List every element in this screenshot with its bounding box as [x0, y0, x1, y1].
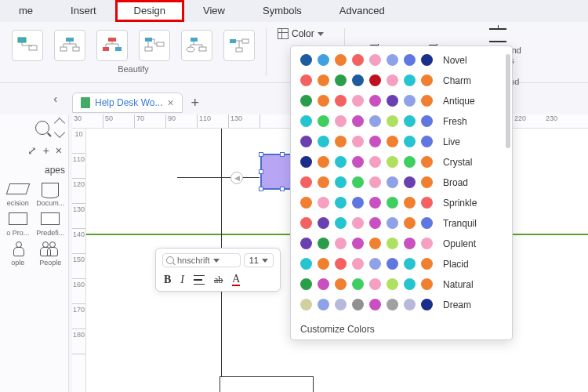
- resize-handle[interactable]: [280, 152, 285, 157]
- svg-rect-14: [230, 39, 236, 43]
- resize-handle[interactable]: [280, 187, 285, 191]
- color-swatch: [387, 197, 398, 209]
- color-swatch: [404, 258, 416, 270]
- shape-precision[interactable]: ecision: [3, 180, 33, 207]
- connector-horizontal[interactable]: [177, 177, 260, 178]
- color-scheme-opulent[interactable]: Opulent: [300, 238, 503, 249]
- remove-shape-btn[interactable]: ×: [56, 144, 62, 157]
- color-swatch: [387, 95, 398, 107]
- layout-btn-2[interactable]: [54, 30, 85, 61]
- color-scheme-live[interactable]: Live: [300, 136, 503, 147]
- align-btn[interactable]: [194, 275, 205, 285]
- color-dropdown-btn[interactable]: Color: [273, 25, 328, 42]
- svg-rect-2: [66, 38, 74, 42]
- scheme-label: Fresh: [443, 116, 467, 127]
- color-swatch: [421, 217, 433, 229]
- scheme-label: Novel: [443, 55, 467, 66]
- process-shape[interactable]: [220, 376, 314, 392]
- color-swatch: [369, 217, 381, 229]
- layout-btn-4[interactable]: [139, 30, 170, 61]
- color-swatch: [369, 176, 381, 188]
- svg-rect-1: [29, 45, 37, 50]
- resize-handle[interactable]: [259, 169, 263, 174]
- layout-btn-6[interactable]: [223, 30, 255, 61]
- connector-endpoint[interactable]: ◀: [230, 172, 243, 184]
- color-swatch: [421, 136, 433, 147]
- color-scheme-broad[interactable]: Broad: [300, 176, 503, 188]
- color-swatch: [300, 197, 312, 209]
- color-swatch: [387, 278, 398, 290]
- new-tab-btn[interactable]: +: [186, 93, 205, 112]
- color-swatch: [335, 176, 347, 188]
- panel-scroll-buttons[interactable]: [56, 119, 64, 136]
- add-shape-btn[interactable]: +: [43, 144, 49, 157]
- color-swatch: [369, 54, 381, 66]
- strike-btn[interactable]: ab: [214, 274, 223, 286]
- color-swatch: [421, 156, 433, 168]
- svg-rect-6: [103, 47, 109, 51]
- color-swatch: [369, 136, 381, 147]
- menu-view[interactable]: View: [184, 0, 244, 22]
- document-tab[interactable]: Help Desk Wo... ×: [72, 93, 183, 113]
- color-scheme-fresh[interactable]: Fresh: [300, 115, 503, 127]
- scheme-label: Dream: [443, 299, 471, 310]
- color-swatch: [352, 258, 364, 270]
- color-swatch: [300, 54, 312, 66]
- color-scheme-crystal[interactable]: Crystal: [300, 156, 503, 168]
- resize-handle[interactable]: [259, 152, 263, 157]
- menu-advanced[interactable]: Advanced: [321, 0, 404, 22]
- color-swatch: [404, 156, 416, 168]
- color-scheme-tranquil[interactable]: Tranquil: [300, 217, 503, 229]
- color-scheme-novel[interactable]: Novel: [300, 54, 503, 66]
- shape-people[interactable]: People: [36, 240, 66, 267]
- document-title: Help Desk Wo...: [95, 97, 162, 108]
- color-swatch: [300, 217, 312, 229]
- color-swatch: [318, 136, 329, 147]
- color-scheme-antique[interactable]: Antique: [300, 95, 503, 107]
- menu-home[interactable]: me: [0, 0, 52, 22]
- color-swatch: [387, 217, 398, 229]
- collapse-panel-btn[interactable]: ‹‹: [53, 93, 54, 105]
- menu-insert[interactable]: Insert: [52, 0, 115, 22]
- search-shapes-btn[interactable]: [35, 121, 49, 135]
- scheme-label: Antique: [443, 96, 475, 107]
- chevron-down-icon: [262, 259, 268, 263]
- color-scheme-placid[interactable]: Placid: [300, 258, 503, 270]
- color-swatch: [300, 136, 312, 147]
- shape-document[interactable]: Docum...: [36, 180, 66, 207]
- color-swatch: [318, 176, 329, 188]
- color-swatch: [318, 54, 329, 66]
- color-scheme-charm[interactable]: Charm: [300, 74, 503, 86]
- menu-symbols[interactable]: Symbols: [244, 0, 321, 22]
- color-swatch: [404, 238, 416, 249]
- color-swatch: [318, 278, 329, 290]
- font-size-picker[interactable]: 11: [244, 253, 274, 267]
- font-color-btn[interactable]: A: [232, 274, 240, 286]
- layout-btn-3[interactable]: [96, 30, 128, 61]
- resize-handle[interactable]: [259, 187, 263, 191]
- color-swatch: [300, 115, 312, 127]
- shape-predefined[interactable]: Predefi...: [36, 210, 66, 237]
- layout-btn-1[interactable]: [12, 30, 43, 61]
- close-tab-btn[interactable]: ×: [167, 96, 173, 109]
- menu-design[interactable]: Design: [115, 0, 184, 22]
- svg-rect-10: [157, 42, 164, 46]
- customize-colors-link[interactable]: Customize Colors: [300, 319, 503, 335]
- color-swatch: [352, 74, 364, 86]
- bold-btn[interactable]: B: [164, 274, 171, 286]
- shape-pro[interactable]: o Pro...: [3, 210, 33, 237]
- color-scheme-dream[interactable]: Dream: [300, 299, 503, 310]
- color-scheme-natural[interactable]: Natural: [300, 278, 503, 290]
- expand-icon[interactable]: ⤢: [27, 144, 37, 157]
- font-picker[interactable]: hnschrift: [162, 253, 241, 267]
- svg-rect-5: [108, 38, 116, 42]
- scrollbar-thumb[interactable]: [506, 54, 510, 148]
- shape-person[interactable]: ople: [3, 240, 33, 267]
- color-swatch: [369, 95, 381, 107]
- layout-btn-5[interactable]: [181, 30, 212, 61]
- color-scheme-sprinkle[interactable]: Sprinkle: [300, 197, 503, 209]
- color-swatch: [352, 299, 364, 310]
- color-swatch: [352, 156, 364, 168]
- italic-btn[interactable]: I: [180, 274, 184, 286]
- svg-point-12: [187, 47, 194, 52]
